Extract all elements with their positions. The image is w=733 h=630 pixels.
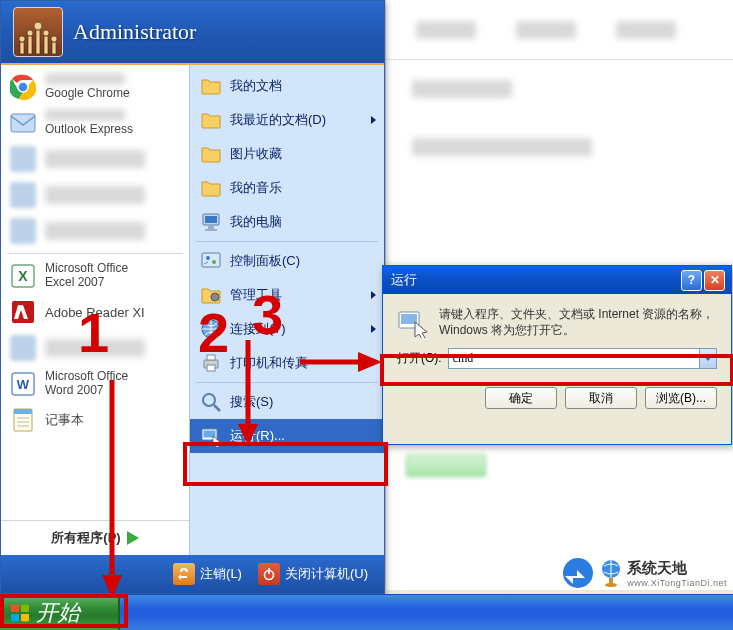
start-menu: Administrator Google ChromeOutlook Expre… xyxy=(0,0,385,594)
right-item-label: 我的电脑 xyxy=(230,213,282,231)
right-item-label: 打印机和传真 xyxy=(230,354,308,372)
left-item-blurred3[interactable] xyxy=(1,141,189,177)
right-item-run[interactable]: 运行(R)... xyxy=(190,419,384,453)
run-dialog: 运行 ? ✕ 请键入程序、文件夹、文档或 Internet 资源的名称，Wind… xyxy=(382,265,732,445)
blurred8-icon xyxy=(9,334,37,362)
svg-rect-21 xyxy=(14,409,32,414)
svg-line-38 xyxy=(214,405,220,411)
svg-point-54 xyxy=(605,583,617,587)
all-programs-label: 所有程序(P) xyxy=(51,529,120,547)
left-item-label: 记事本 xyxy=(45,411,84,429)
svg-rect-35 xyxy=(207,355,215,360)
right-item-connect[interactable]: 连接到(T) xyxy=(190,312,384,346)
user-name: Administrator xyxy=(73,19,196,45)
folder-icon xyxy=(200,75,222,97)
svg-rect-1 xyxy=(28,36,32,54)
browse-button[interactable]: 浏览(B)... xyxy=(645,387,717,409)
watermark-url: www.XiTongTianDi.net xyxy=(627,578,727,588)
left-item-label: Microsoft OfficeExcel 2007 xyxy=(45,262,128,290)
control-icon xyxy=(200,250,222,272)
svg-rect-3 xyxy=(44,36,48,54)
logoff-label: 注销(L) xyxy=(200,565,242,583)
start-menu-header: Administrator xyxy=(1,1,384,65)
folder-icon xyxy=(200,109,222,131)
all-programs[interactable]: 所有程序(P) xyxy=(1,520,189,555)
right-item-label: 我的文档 xyxy=(230,77,282,95)
blurred3-icon xyxy=(9,145,37,173)
admintool-icon xyxy=(200,284,222,306)
run-open-label: 打开(O): xyxy=(397,350,442,367)
svg-point-37 xyxy=(203,394,215,406)
chevron-right-icon xyxy=(371,291,376,299)
svg-rect-42 xyxy=(268,568,270,574)
svg-text:W: W xyxy=(17,377,30,392)
run-dialog-titlebar[interactable]: 运行 ? ✕ xyxy=(383,266,731,294)
start-menu-left-pane: Google ChromeOutlook ExpressXMicrosoft O… xyxy=(1,65,189,555)
start-menu-right-pane: 我的文档我最近的文档(D)图片收藏我的音乐我的电脑控制面板(C)管理工具连接到(… xyxy=(189,65,384,555)
left-item-chrome[interactable]: Google Chrome xyxy=(1,69,189,105)
run-dialog-icon xyxy=(397,306,429,338)
right-item-admintool[interactable]: 管理工具 xyxy=(190,278,384,312)
chevron-right-icon xyxy=(371,116,376,124)
shutdown-button[interactable]: 关闭计算机(U) xyxy=(252,560,374,588)
svg-point-8 xyxy=(43,30,49,36)
left-item-word[interactable]: WMicrosoft OfficeWord 2007 xyxy=(1,366,189,402)
right-item-label: 运行(R)... xyxy=(230,427,285,445)
watermark-globe-icon xyxy=(601,559,621,587)
svg-rect-28 xyxy=(205,229,217,231)
right-item-mycomputer[interactable]: 我的电脑 xyxy=(190,205,384,239)
dropdown-button[interactable] xyxy=(699,349,716,368)
right-item-search[interactable]: 搜索(S) xyxy=(190,385,384,419)
right-item-recent[interactable]: 我最近的文档(D) xyxy=(190,103,384,137)
excel-icon: X xyxy=(9,262,37,290)
folder-icon xyxy=(200,177,222,199)
left-item-blurred8[interactable] xyxy=(1,330,189,366)
right-item-music[interactable]: 我的音乐 xyxy=(190,171,384,205)
left-item-excel[interactable]: XMicrosoft OfficeExcel 2007 xyxy=(1,258,189,294)
left-item-blurred5[interactable] xyxy=(1,213,189,249)
start-button[interactable]: 开始 xyxy=(0,595,120,630)
right-item-label: 连接到(T) xyxy=(230,320,286,338)
chrome-icon xyxy=(9,73,37,101)
power-icon xyxy=(258,563,280,585)
folder-icon xyxy=(200,143,222,165)
left-item-label: Outlook Express xyxy=(45,109,133,137)
run-dialog-description: 请键入程序、文件夹、文档或 Internet 资源的名称，Windows 将为您… xyxy=(439,306,717,338)
svg-point-30 xyxy=(206,256,210,260)
svg-point-31 xyxy=(212,260,216,264)
cancel-button[interactable]: 取消 xyxy=(565,387,637,409)
start-menu-footer: 注销(L) 关闭计算机(U) xyxy=(1,555,384,593)
chevron-right-icon xyxy=(371,325,376,333)
shutdown-label: 关闭计算机(U) xyxy=(285,565,368,583)
right-item-printers[interactable]: 打印机和传真 xyxy=(190,346,384,380)
printer-icon xyxy=(200,352,222,374)
right-item-control[interactable]: 控制面板(C) xyxy=(190,244,384,278)
left-item-notepad[interactable]: 记事本 xyxy=(1,402,189,438)
logoff-icon xyxy=(173,563,195,585)
blurred5-icon xyxy=(9,217,37,245)
svg-rect-2 xyxy=(36,30,40,54)
left-item-outlook[interactable]: Outlook Express xyxy=(1,105,189,141)
run-icon xyxy=(200,425,222,447)
right-item-mydocs[interactable]: 我的文档 xyxy=(190,69,384,103)
svg-text:X: X xyxy=(18,268,28,284)
taskbar: 开始 xyxy=(0,594,733,630)
left-item-label xyxy=(45,339,145,357)
svg-rect-29 xyxy=(202,253,220,267)
svg-rect-0 xyxy=(20,42,24,54)
logoff-button[interactable]: 注销(L) xyxy=(167,560,248,588)
svg-point-5 xyxy=(19,36,25,42)
right-item-label: 控制面板(C) xyxy=(230,252,300,270)
blurred4-icon xyxy=(9,181,37,209)
left-item-blurred4[interactable] xyxy=(1,177,189,213)
right-item-label: 我最近的文档(D) xyxy=(230,111,326,129)
run-open-input[interactable] xyxy=(449,349,699,368)
right-item-pictures[interactable]: 图片收藏 xyxy=(190,137,384,171)
adobe-icon xyxy=(9,298,37,326)
close-button[interactable]: ✕ xyxy=(704,270,725,291)
left-item-adobe[interactable]: Adobe Reader XI xyxy=(1,294,189,330)
ok-button[interactable]: 确定 xyxy=(485,387,557,409)
chevron-down-icon xyxy=(704,356,712,361)
help-button[interactable]: ? xyxy=(681,270,702,291)
run-open-combobox[interactable] xyxy=(448,348,717,369)
